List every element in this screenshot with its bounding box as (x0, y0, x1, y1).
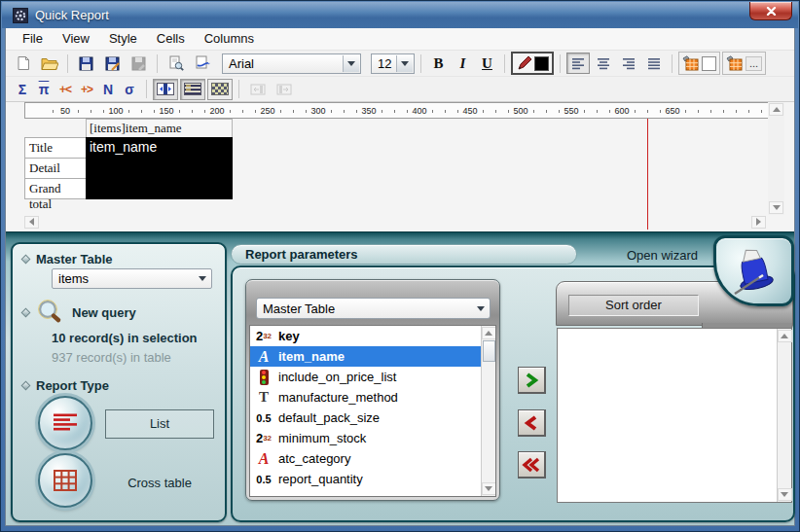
vertical-scrollbar[interactable] (768, 102, 784, 215)
grid-row-label-grand-total[interactable]: Grand total (24, 178, 87, 199)
font-size-select[interactable]: 12 (371, 53, 415, 74)
field-row-default_pack_size[interactable]: 0.5default_pack_size (250, 408, 481, 428)
scroll-right-button[interactable] (751, 216, 766, 229)
view-rows-mode-button[interactable] (180, 79, 205, 100)
cross-table-type-label[interactable]: Cross table (105, 476, 214, 490)
master-table-dropdown-button[interactable] (194, 270, 210, 287)
scroll-down-button[interactable] (778, 488, 792, 501)
fields-table-dropdown-button[interactable] (472, 300, 489, 317)
field-row-report_quantity[interactable]: 0.5report_quantity (250, 469, 481, 489)
align-right-button[interactable] (617, 53, 640, 74)
fields-list-scrollbar[interactable] (481, 326, 495, 496)
text-icon: T (253, 389, 274, 406)
print-destination-button[interactable] (190, 53, 214, 75)
aggregate-buttons: Σπ+<+>Nσ (12, 82, 140, 97)
master-table-select[interactable]: items (52, 268, 212, 289)
add-field-button[interactable] (518, 367, 546, 394)
align-left-button[interactable] (566, 53, 590, 74)
field-name: minimum_stock (278, 431, 366, 445)
remove-field-button[interactable] (518, 409, 546, 437)
view-pattern-mode-button[interactable] (207, 79, 233, 100)
toolbar-separator (67, 54, 68, 73)
app-icon (13, 8, 28, 23)
field-row-item_name[interactable]: Aitem_name (250, 346, 481, 367)
field-row-key[interactable]: 232key (250, 326, 481, 346)
grid-cell-title[interactable]: item_name (86, 137, 233, 159)
ruler: 50100150200250300350400450500550600650 (24, 102, 772, 119)
arrow-left-icon (29, 218, 34, 226)
sort-list-scrollbar[interactable] (777, 329, 791, 502)
boolean-icon (260, 370, 269, 385)
wizard-hat-icon (728, 245, 781, 298)
save-as-button[interactable] (100, 53, 125, 75)
aggregate-count-button[interactable]: N (97, 82, 119, 97)
italic-button[interactable]: I (452, 53, 474, 74)
grid-cell-detail[interactable] (86, 158, 233, 179)
align-justify-icon (646, 55, 662, 71)
alternate-background-color-button[interactable]: ... (722, 52, 766, 75)
text-color-button[interactable] (511, 52, 554, 75)
aggregate-maximum-button[interactable]: +> (76, 83, 97, 96)
new-query-row[interactable]: New query (22, 299, 136, 326)
longint-icon: 232 (253, 431, 274, 445)
menu-cells[interactable]: Cells (147, 28, 195, 50)
view-columns-mode-button[interactable] (153, 79, 178, 100)
cell-background-color-button[interactable] (678, 52, 720, 75)
new-query-label: New query (72, 305, 136, 320)
sort-order-panel: Sort order (556, 281, 793, 503)
field-name: manufacture_method (278, 390, 398, 405)
more-colors-button[interactable]: ... (745, 56, 762, 71)
scrollbar-thumb[interactable] (483, 340, 495, 362)
scroll-up-button[interactable] (769, 103, 783, 116)
grid-row-label-detail[interactable]: Detail (24, 158, 87, 179)
aggregate-std-deviation-button[interactable]: σ (119, 82, 140, 97)
menu-style[interactable]: Style (99, 28, 147, 50)
align-justify-button[interactable] (642, 53, 666, 74)
cross-table-report-type-button[interactable] (38, 453, 92, 508)
align-center-button[interactable] (592, 53, 615, 74)
field-row-include_on_price_list[interactable]: include_on_price_list (250, 367, 481, 387)
toolbar-separator (420, 54, 421, 73)
scroll-up-button[interactable] (482, 327, 496, 339)
sort-order-list[interactable] (557, 328, 792, 503)
new-report-button[interactable] (11, 53, 35, 75)
fields-table-select[interactable]: Master Table (256, 298, 491, 319)
field-row-manufacture_method[interactable]: Tmanufacture_method (250, 387, 481, 408)
ruler-tick: 250 (258, 104, 276, 118)
font-family-select[interactable]: Arial (222, 53, 361, 74)
grid-cell-grand-total[interactable] (86, 178, 233, 199)
field-row-atc_category[interactable]: Aatc_category (250, 448, 481, 469)
open-report-button[interactable] (37, 53, 61, 75)
print-preview-button[interactable] (164, 53, 188, 75)
fields-panel: Master Table 232keyAitem_nameinclude_on_… (245, 279, 500, 501)
column-header-cell[interactable]: [items]item_name (86, 119, 233, 138)
close-button[interactable] (749, 2, 792, 20)
field-row-minimum_stock[interactable]: 232minimum_stock (250, 428, 481, 448)
scroll-up-button[interactable] (778, 330, 792, 342)
list-report-type-button[interactable] (38, 396, 92, 450)
scroll-down-button[interactable] (482, 482, 496, 495)
font-family-value: Arial (229, 56, 254, 71)
column-left-icon (250, 84, 266, 95)
scroll-left-button[interactable] (24, 216, 39, 229)
menu-columns[interactable]: Columns (195, 28, 264, 50)
save-button[interactable] (74, 53, 98, 75)
fields-list: 232keyAitem_nameinclude_on_price_listTma… (249, 325, 496, 497)
menu-file[interactable]: File (13, 28, 53, 50)
bold-button[interactable]: B (427, 53, 450, 74)
font-family-dropdown-button[interactable] (343, 55, 359, 72)
menu-view[interactable]: View (53, 28, 99, 50)
titlebar[interactable]: Quick Report (2, 2, 798, 28)
font-size-dropdown-button[interactable] (396, 55, 413, 72)
remove-all-fields-button[interactable] (518, 451, 546, 479)
scroll-down-button[interactable] (769, 201, 783, 214)
grid-row-label-title[interactable]: Title (24, 137, 87, 159)
aggregate-minimum-button[interactable]: +< (55, 83, 76, 96)
aggregate-average-button[interactable]: π (33, 82, 55, 97)
horizontal-scrollbar[interactable] (24, 215, 766, 229)
alpha-icon: A (259, 348, 270, 366)
aggregate-sum-button[interactable]: Σ (12, 82, 33, 97)
underline-button[interactable]: U (476, 53, 498, 74)
list-type-label[interactable]: List (105, 409, 214, 439)
field-name: item_name (278, 349, 345, 364)
